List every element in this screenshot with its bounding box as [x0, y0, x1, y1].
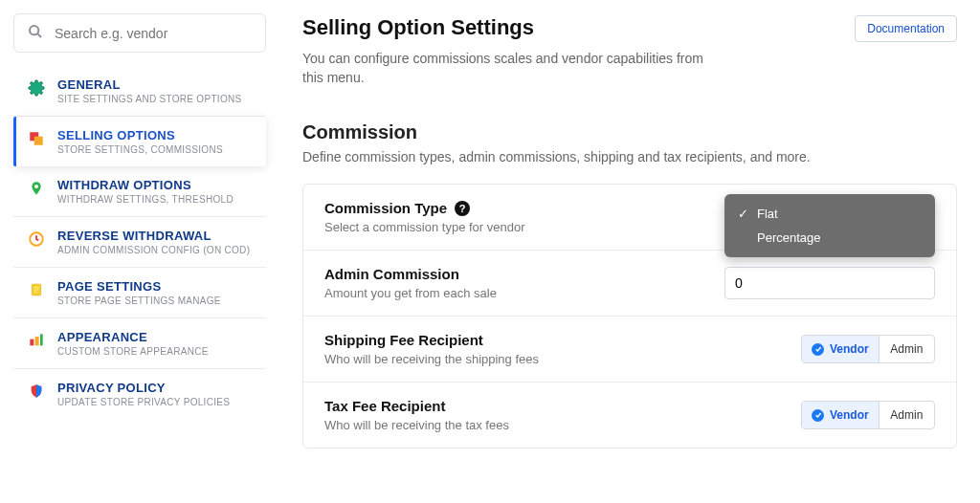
shipping-recipient-toggle: Vendor Admin [801, 335, 935, 363]
sidebar-item-title: REVERSE WITHDRAWAL [57, 229, 253, 243]
page-description: You can configure commissions scales and… [302, 50, 724, 87]
sidebar-item-title: WITHDRAW OPTIONS [57, 178, 253, 192]
squares-icon [27, 129, 46, 148]
shipping-recipient-vendor[interactable]: Vendor [802, 336, 880, 362]
sidebar-item-title: APPEARANCE [57, 330, 253, 344]
sidebar-item-sub: SITE SETTINGS AND STORE OPTIONS [57, 94, 253, 104]
sidebar-item-general[interactable]: GENERAL SITE SETTINGS AND STORE OPTIONS [13, 66, 266, 117]
sidebar-item-title: GENERAL [57, 77, 253, 92]
admin-commission-input[interactable] [724, 267, 935, 299]
field-hint: Amount you get from each sale [324, 286, 705, 300]
sidebar-item-sub: ADMIN COMMISSION CONFIG (ON COD) [57, 245, 253, 255]
sidebar-item-sub: WITHDRAW SETTINGS, THRESHOLD [57, 194, 253, 205]
page-title: Selling Option Settings [302, 15, 534, 40]
sidebar-item-reverse-withdrawal[interactable]: REVERSE WITHDRAWAL ADMIN COMMISSION CONF… [13, 217, 266, 268]
svg-point-0 [30, 26, 38, 34]
sidebar-item-sub: STORE SETTINGS, COMMISSIONS [57, 144, 253, 155]
appearance-icon [27, 331, 46, 350]
sidebar-item-title: PAGE SETTINGS [57, 279, 253, 294]
page-icon [27, 280, 46, 299]
commission-type-dropdown[interactable]: ✓ Flat Percentage [724, 194, 935, 257]
sidebar-item-appearance[interactable]: APPEARANCE CUSTOM STORE APPEARANCE [13, 318, 266, 369]
row-admin-commission: Admin Commission Amount you get from eac… [303, 251, 956, 317]
tax-recipient-vendor[interactable]: Vendor [802, 402, 880, 428]
svg-rect-11 [30, 339, 33, 346]
sidebar-item-sub: UPDATE STORE PRIVACY POLICIES [57, 397, 253, 407]
field-hint: Select a commission type for vendor [324, 220, 705, 234]
field-label: Commission Type [324, 200, 447, 216]
svg-rect-13 [40, 334, 43, 345]
field-hint: Who will be receiving the tax fees [324, 418, 705, 432]
dropdown-option-percentage[interactable]: Percentage [724, 226, 935, 250]
svg-rect-12 [35, 337, 39, 345]
row-shipping-fee-recipient: Shipping Fee Recipient Who will be recei… [303, 317, 956, 383]
sidebar-item-selling-options[interactable]: SELLING OPTIONS STORE SETTINGS, COMMISSI… [13, 117, 266, 166]
sidebar-item-title: PRIVACY POLICY [57, 381, 253, 395]
main-content: Selling Option Settings Documentation Yo… [302, 13, 967, 503]
gear-icon [27, 78, 46, 98]
check-circle-icon [812, 409, 824, 422]
tax-recipient-toggle: Vendor Admin [801, 401, 935, 429]
privacy-icon [27, 382, 46, 401]
field-label: Tax Fee Recipient [324, 398, 705, 414]
svg-line-1 [37, 33, 41, 37]
section-description: Define commission types, admin commissio… [302, 149, 957, 164]
search-input[interactable] [55, 26, 252, 41]
commission-panel: Commission Type ? Select a commission ty… [302, 184, 957, 448]
search-field[interactable] [13, 13, 266, 53]
field-hint: Who will be receiving the shipping fees [324, 352, 705, 366]
help-icon[interactable]: ? [455, 201, 470, 216]
field-label: Shipping Fee Recipient [324, 332, 705, 348]
pin-icon [27, 179, 46, 198]
dropdown-option-flat[interactable]: ✓ Flat [724, 202, 935, 226]
shipping-recipient-admin[interactable]: Admin [880, 336, 934, 362]
svg-point-5 [34, 185, 38, 188]
row-commission-type: Commission Type ? Select a commission ty… [303, 185, 956, 251]
documentation-button[interactable]: Documentation [855, 15, 957, 42]
sidebar-item-withdraw-options[interactable]: WITHDRAW OPTIONS WITHDRAW SETTINGS, THRE… [13, 166, 266, 217]
sidebar-item-privacy-policy[interactable]: PRIVACY POLICY UPDATE STORE PRIVACY POLI… [13, 369, 266, 419]
sidebar-item-sub: CUSTOM STORE APPEARANCE [57, 346, 253, 357]
check-icon: ✓ [738, 207, 749, 221]
svg-rect-4 [34, 137, 43, 145]
sidebar-item-title: SELLING OPTIONS [57, 128, 253, 142]
search-icon [28, 24, 43, 42]
field-label: Admin Commission [324, 266, 705, 282]
refresh-icon [27, 230, 46, 249]
section-title-commission: Commission [302, 121, 957, 143]
check-circle-icon [812, 343, 824, 356]
tax-recipient-admin[interactable]: Admin [880, 402, 934, 428]
row-tax-fee-recipient: Tax Fee Recipient Who will be receiving … [303, 383, 956, 448]
sidebar-item-sub: STORE PAGE SETTINGS MANAGE [57, 295, 253, 306]
sidebar: GENERAL SITE SETTINGS AND STORE OPTIONS … [13, 13, 266, 503]
sidebar-item-page-settings[interactable]: PAGE SETTINGS STORE PAGE SETTINGS MANAGE [13, 268, 266, 318]
